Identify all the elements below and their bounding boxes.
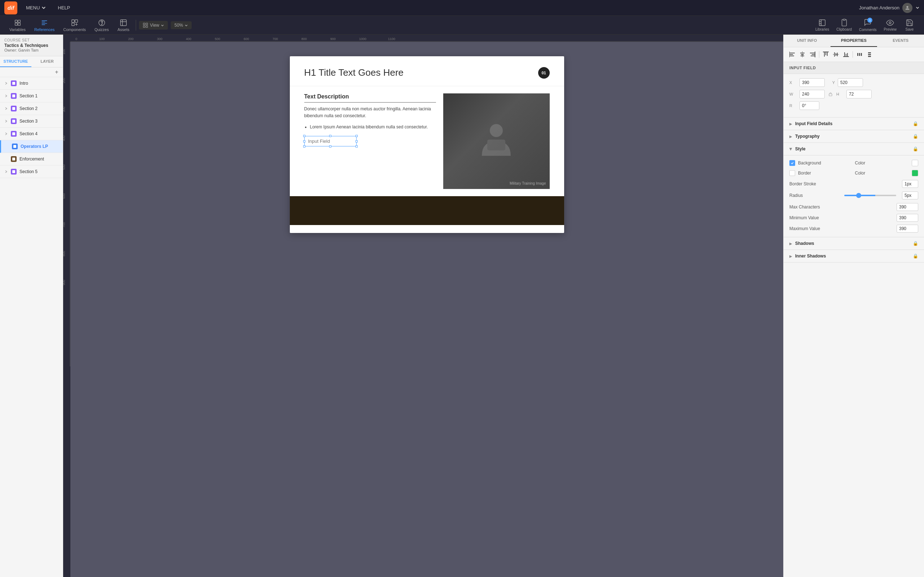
align-top-button[interactable]	[822, 50, 830, 59]
sidebar-item-enforcement[interactable]: Enforcement	[0, 153, 63, 166]
sidebar-item-section4[interactable]: Section 4	[0, 128, 63, 140]
align-center-h-button[interactable]	[798, 50, 807, 59]
course-info: COURSE SET Tactics & Techniques Owner: G…	[0, 35, 63, 56]
sidebar-item-operators-lp[interactable]: Operators LP	[0, 140, 63, 153]
svg-rect-2	[15, 23, 17, 25]
main-toolbar: Variables References Components Quizzes …	[0, 16, 924, 35]
input-field-details-lock-icon: 🔒	[913, 121, 918, 126]
svg-rect-6	[71, 23, 74, 25]
typography-header[interactable]: ▶ Typography 🔒	[783, 130, 924, 143]
components-tool[interactable]: Components	[60, 17, 89, 33]
svg-rect-21	[12, 132, 15, 135]
tab-layer[interactable]: LAYER	[31, 56, 63, 67]
svg-rect-29	[790, 53, 795, 53]
sidebar-item-section1[interactable]: Section 1	[0, 90, 63, 102]
svg-rect-10	[143, 23, 145, 25]
sidebar-item-section5[interactable]: Section 5	[0, 166, 63, 178]
distribute-v-button[interactable]	[865, 50, 874, 59]
menu-button[interactable]: MENU	[23, 3, 49, 12]
shadows-header[interactable]: ▶ Shadows 🔒	[783, 237, 924, 250]
svg-rect-31	[790, 56, 794, 56]
sidebar-item-section3[interactable]: Section 3	[0, 115, 63, 128]
sidebar-item-section2[interactable]: Section 2	[0, 102, 63, 115]
tab-unit-info[interactable]: UNIT INFO	[783, 35, 830, 47]
background-checkbox[interactable]	[789, 160, 795, 166]
align-right-button[interactable]	[808, 50, 817, 59]
border-color-box[interactable]	[912, 170, 918, 176]
assets-tool[interactable]: Assets	[114, 17, 133, 33]
canvas-viewport[interactable]: H1 Title Text Goes Here 01 Text Descript…	[70, 42, 783, 577]
sidebar-item-intro[interactable]: Intro	[0, 77, 63, 90]
border-checkbox[interactable]	[789, 170, 795, 176]
background-color-box[interactable]	[912, 160, 918, 166]
libraries-button[interactable]: Libraries	[813, 17, 832, 33]
x-input[interactable]	[800, 78, 825, 87]
align-left-button[interactable]	[788, 50, 796, 59]
sidebar-items-list: + Intro Section 1	[0, 68, 63, 577]
svg-point-8	[102, 24, 102, 24]
save-button[interactable]: Save	[901, 17, 918, 33]
svg-rect-59	[829, 94, 832, 96]
view-button[interactable]: View	[139, 21, 168, 29]
svg-rect-5	[75, 19, 77, 22]
svg-rect-12	[143, 26, 145, 27]
svg-rect-18	[12, 95, 15, 97]
svg-rect-56	[868, 52, 871, 53]
slide-header: H1 Title Text Goes Here 01	[290, 56, 564, 86]
canvas-input-field[interactable]	[304, 136, 357, 147]
h-input[interactable]	[846, 90, 872, 98]
distribute-h-button[interactable]	[855, 50, 864, 59]
user-avatar[interactable]	[902, 3, 913, 13]
user-area: Jonathan Anderson	[859, 3, 920, 13]
radius-slider[interactable]	[844, 195, 896, 196]
svg-rect-38	[812, 54, 815, 55]
align-center-v-button[interactable]	[832, 50, 840, 59]
references-tool[interactable]: References	[31, 17, 58, 33]
lock-icon[interactable]	[828, 91, 834, 97]
comments-button[interactable]: 1 Comments	[856, 17, 879, 33]
align-bottom-button[interactable]	[842, 50, 850, 59]
style-header[interactable]: ▶ Style 🔒	[783, 143, 924, 155]
add-item-button[interactable]: +	[53, 69, 60, 76]
style-lock-icon: 🔒	[913, 147, 918, 152]
clipboard-button[interactable]: Clipboard	[834, 17, 855, 33]
svg-rect-11	[146, 23, 148, 25]
top-bar: dif MENU HELP Jonathan Anderson	[0, 0, 924, 16]
preview-button[interactable]: Preview	[881, 17, 900, 33]
y-input[interactable]	[838, 78, 863, 87]
input-field-section-header: INPUT FIELD	[783, 62, 924, 74]
svg-rect-24	[12, 170, 15, 173]
align-tools	[783, 47, 924, 62]
variables-tool[interactable]: Variables	[6, 17, 29, 33]
svg-rect-55	[861, 53, 862, 56]
svg-point-16	[889, 22, 891, 24]
tab-structure[interactable]: STRUCTURE	[0, 56, 31, 67]
tab-properties[interactable]: PROPERTIES	[830, 35, 877, 47]
vertical-ruler: 100 200 300 400 500 600 700 800 900	[63, 42, 70, 577]
inner-shadows-header[interactable]: ▶ Inner Shadows 🔒	[783, 250, 924, 263]
svg-rect-13	[146, 26, 148, 27]
typography-lock-icon: 🔒	[913, 134, 918, 139]
border-stroke-input[interactable]	[902, 180, 918, 188]
min-value-input[interactable]	[897, 214, 918, 222]
style-content: Background Color Border Color Border Str…	[783, 155, 924, 237]
svg-rect-37	[810, 53, 815, 53]
svg-rect-3	[18, 23, 20, 25]
zoom-button[interactable]: 50%	[171, 21, 192, 29]
svg-rect-30	[790, 54, 793, 55]
r-input[interactable]	[800, 102, 819, 110]
app-logo: dif	[4, 2, 17, 15]
quizzes-tool[interactable]: Quizzes	[91, 17, 113, 33]
svg-rect-9	[121, 19, 127, 26]
max-chars-input[interactable]	[897, 203, 918, 211]
help-button[interactable]: HELP	[55, 3, 73, 12]
tab-events[interactable]: EVENTS	[877, 35, 924, 47]
w-input[interactable]	[800, 90, 825, 98]
input-field-details-header[interactable]: ▶ Input Field Details 🔒	[783, 118, 924, 130]
radius-value-input[interactable]	[902, 192, 918, 200]
max-value-input[interactable]	[897, 225, 918, 233]
svg-rect-51	[847, 53, 848, 56]
svg-rect-42	[825, 52, 826, 55]
svg-rect-28	[487, 140, 505, 150]
svg-rect-23	[12, 158, 15, 161]
